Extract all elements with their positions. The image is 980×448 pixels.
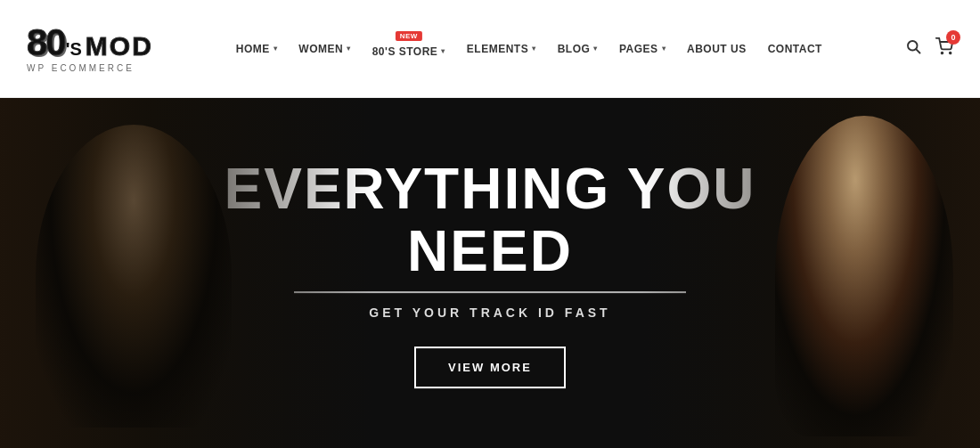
main-nav: HOME ▾ WOMEN ▾ NEW 80'S STORE ▾ ELEMENTS…	[227, 33, 831, 65]
nav-label-blog: BLOG	[558, 43, 591, 55]
hero-right-figure	[641, 98, 980, 448]
nav-label-contact: CONTACT	[768, 43, 822, 55]
svg-point-2	[942, 53, 943, 54]
cart-count-badge: 0	[946, 30, 960, 45]
logo-number: 80	[27, 24, 65, 61]
chevron-down-icon: ▾	[441, 47, 445, 55]
nav-item-contact[interactable]: CONTACT	[759, 36, 831, 62]
nav-label-store: 80'S STORE	[372, 45, 438, 58]
chevron-down-icon: ▾	[347, 45, 351, 53]
nav-label-women: WOMEN	[298, 43, 343, 55]
hero-left-figure	[0, 98, 374, 448]
nav-label-elements: ELEMENTS	[467, 43, 528, 55]
nav-item-elements[interactable]: ELEMENTS ▾	[458, 36, 545, 62]
nav-label-about: ABOUT US	[687, 43, 747, 55]
new-badge: NEW	[396, 31, 422, 41]
header: 80 'S MOD WP ECOMMERCE HOME ▾ WOMEN ▾ NE…	[0, 0, 980, 98]
nav-item-store[interactable]: NEW 80'S STORE ▾	[363, 33, 454, 65]
chevron-down-icon: ▾	[274, 45, 278, 53]
nav-label-pages: PAGES	[619, 43, 658, 55]
nav-item-about[interactable]: ABOUT US	[678, 36, 755, 62]
nav-label-home: HOME	[236, 43, 270, 55]
nav-item-home[interactable]: HOME ▾	[227, 36, 287, 62]
logo-mod: MOD	[86, 33, 153, 60]
logo[interactable]: 80 'S MOD WP ECOMMERCE	[27, 24, 153, 73]
svg-line-1	[916, 49, 919, 53]
nav-item-women[interactable]: WOMEN ▾	[290, 36, 359, 62]
chevron-down-icon: ▾	[593, 45, 598, 53]
logo-subtitle: WP ECOMMERCE	[27, 63, 135, 73]
view-more-button[interactable]: VIEW MORE	[414, 346, 566, 388]
search-button[interactable]	[905, 38, 921, 59]
svg-point-3	[950, 53, 951, 54]
header-icons: 0	[905, 37, 953, 60]
chevron-down-icon: ▾	[532, 45, 536, 53]
hero-section: EVERYTHING YOU NEED GET YOUR TRACK ID FA…	[0, 98, 980, 448]
nav-item-pages[interactable]: PAGES ▾	[610, 36, 674, 62]
chevron-down-icon: ▾	[662, 45, 666, 53]
cart-button[interactable]: 0	[935, 37, 953, 60]
nav-item-blog[interactable]: BLOG ▾	[549, 36, 607, 62]
logo-apostrophe-s: 'S	[66, 40, 82, 58]
